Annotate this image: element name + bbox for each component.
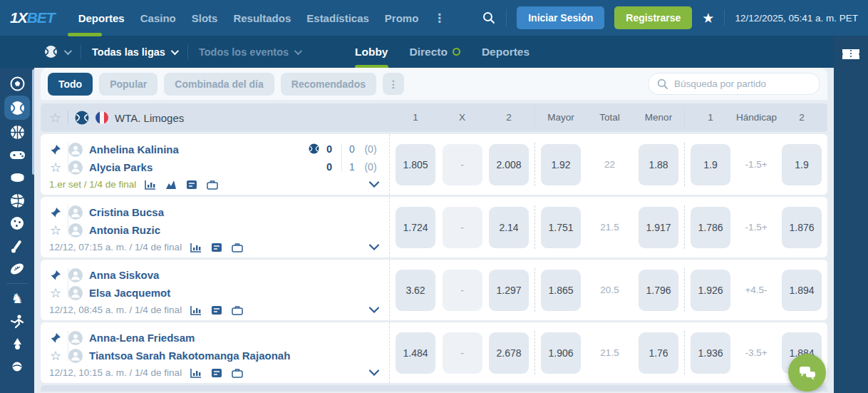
lineup-list-icon[interactable] (186, 180, 197, 190)
tennis-icon[interactable] (44, 45, 58, 58)
nav-item-promo[interactable]: Promo (385, 12, 419, 24)
nav-item-resultados[interactable]: Resultados (233, 12, 291, 24)
markets-bag-icon[interactable] (232, 243, 243, 252)
sport-volleyball-icon[interactable] (4, 190, 30, 211)
odds-w2[interactable]: 1.297 (489, 270, 529, 311)
sport-soccer-icon[interactable] (4, 73, 30, 94)
nav-item-estadisticas[interactable]: Estadísticas (306, 12, 369, 24)
sport-esports-icon[interactable] (4, 144, 30, 165)
favorites-star-icon[interactable]: ★ (702, 10, 714, 26)
odds-h1[interactable]: 1.9 (691, 144, 730, 185)
sport-badminton-icon[interactable] (4, 333, 30, 354)
player2-name[interactable]: Elsa Jacquemot (89, 287, 170, 299)
nav-item-deportes[interactable]: Deportes (78, 12, 125, 24)
odds-w1[interactable]: 1.484 (396, 332, 435, 374)
odds-w1[interactable]: 3.62 (396, 270, 435, 311)
betslip-ticket-icon[interactable] (842, 47, 860, 61)
markets-bag-icon[interactable] (207, 180, 218, 190)
pin-icon[interactable] (50, 144, 61, 155)
odds-over[interactable]: 1.865 (541, 270, 581, 311)
markets-bag-icon[interactable] (232, 305, 243, 315)
results-chart-icon[interactable] (190, 243, 202, 252)
sport-cricket-icon[interactable] (4, 235, 30, 257)
player2-name[interactable]: Tiantsoa Sarah Rakotomanga Rajaonah (89, 349, 290, 362)
filters-more-icon[interactable]: ⋮ (383, 73, 404, 95)
odds-over[interactable]: 1.751 (541, 207, 581, 248)
tab-deportes[interactable]: Deportes (482, 36, 529, 68)
chevron-down-icon[interactable] (64, 46, 72, 54)
results-chart-icon[interactable] (190, 368, 202, 378)
sport-tennis-icon[interactable] (4, 96, 30, 120)
lineup-list-icon[interactable] (211, 368, 222, 378)
player1-name[interactable]: Cristina Bucsa (89, 206, 164, 218)
odds-under[interactable]: 1.917 (639, 207, 678, 248)
results-chart-icon[interactable] (190, 305, 202, 315)
match-search[interactable] (648, 73, 820, 95)
filter-recomendados-button[interactable]: Recomendados (281, 73, 376, 96)
player1-name[interactable]: Anna-Lena Friedsam (89, 332, 195, 344)
sport-ice-hockey-icon[interactable] (4, 167, 30, 188)
odds-w2[interactable]: 2.008 (489, 144, 529, 185)
expand-chevron-icon[interactable] (369, 181, 379, 188)
tab-directo[interactable]: Directo (410, 36, 460, 68)
odds-w2[interactable]: 2.14 (489, 207, 529, 248)
brand-logo[interactable]: 1XBET (10, 9, 55, 26)
favorite-star-icon[interactable]: ☆ (50, 224, 61, 237)
favorite-star-icon[interactable]: ☆ (50, 349, 61, 362)
favorite-league-star-icon[interactable]: ☆ (49, 111, 61, 125)
player2-name[interactable]: Antonia Ruzic (89, 224, 160, 236)
pin-icon[interactable] (50, 332, 61, 344)
favorite-star-icon[interactable]: ☆ (50, 161, 61, 174)
expand-chevron-icon[interactable] (369, 307, 379, 313)
odds-under[interactable]: 1.796 (639, 270, 678, 311)
lineup-list-icon[interactable] (211, 305, 222, 315)
sport-martial-arts-icon[interactable] (4, 310, 30, 332)
player1-name[interactable]: Anna Siskova (89, 269, 159, 281)
live-dot-icon (453, 48, 460, 56)
expand-chevron-icon[interactable] (369, 369, 379, 376)
filter-popular-button[interactable]: Popular (99, 73, 157, 96)
sport-water-polo-icon[interactable] (4, 356, 30, 377)
odds-h1[interactable]: 1.926 (691, 270, 730, 311)
login-button[interactable]: Iniciar Sesión (517, 6, 604, 29)
nav-item-slots[interactable]: Slots (192, 12, 218, 24)
odds-h2[interactable]: 1.894 (782, 270, 822, 311)
support-chat-button[interactable] (788, 354, 826, 392)
sport-american-football-icon[interactable] (4, 258, 30, 280)
filter-todo-button[interactable]: Todo (48, 73, 93, 96)
sport-chess-icon[interactable]: ♞ (4, 287, 30, 309)
search-input[interactable] (674, 78, 811, 89)
favorite-star-icon[interactable]: ☆ (50, 287, 61, 300)
expand-chevron-icon[interactable] (369, 244, 379, 250)
odds-w1[interactable]: 1.805 (396, 144, 435, 185)
odds-under[interactable]: 1.88 (639, 144, 678, 185)
nav-more-icon[interactable]: ⋮ (433, 11, 446, 26)
odds-h1[interactable]: 1.786 (691, 207, 730, 248)
odds-w2[interactable]: 2.678 (489, 332, 529, 374)
odds-h2[interactable]: 1.876 (782, 207, 822, 248)
pin-icon[interactable] (50, 207, 61, 218)
nav-item-casino[interactable]: Casino (140, 12, 176, 24)
sport-handball-icon[interactable] (4, 213, 30, 234)
sport-basketball-icon[interactable] (4, 121, 30, 143)
odds-h2[interactable]: 1.9 (782, 144, 822, 185)
player1-name[interactable]: Anhelina Kalinina (89, 143, 179, 155)
filter-combinada-button[interactable]: Combinada del día (164, 73, 274, 96)
odds-over[interactable]: 1.92 (541, 144, 581, 185)
league-dropdown[interactable]: Todas las ligas (92, 46, 177, 58)
odds-under[interactable]: 1.76 (639, 332, 678, 374)
player2-name[interactable]: Alycia Parks (89, 161, 153, 173)
lineup-list-icon[interactable] (211, 243, 222, 252)
pin-icon[interactable] (50, 270, 61, 281)
results-chart-icon[interactable] (145, 180, 156, 190)
odds-w1[interactable]: 1.724 (396, 207, 435, 248)
statistics-icon[interactable] (165, 180, 177, 190)
markets-bag-icon[interactable] (232, 368, 243, 378)
league-header[interactable]: ☆ WTA. Limoges 1 X 2 Mayor Total Menor (41, 103, 827, 132)
odds-h1[interactable]: 1.936 (691, 332, 730, 374)
search-icon[interactable] (482, 11, 496, 25)
register-button[interactable]: Registrarse (614, 6, 692, 29)
odds-over[interactable]: 1.906 (541, 332, 581, 374)
events-dropdown[interactable]: Todos los eventos (199, 46, 300, 58)
tab-lobby[interactable]: Lobby (355, 36, 388, 68)
